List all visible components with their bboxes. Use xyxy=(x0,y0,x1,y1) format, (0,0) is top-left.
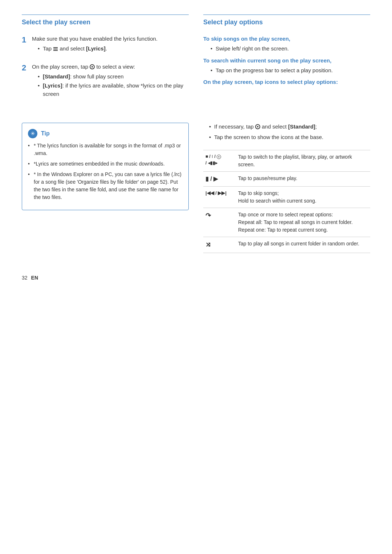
sub-heading-3: On the play screen, tap icons to select … xyxy=(203,78,370,86)
step-1: 1 Make sure that you have enabled the ly… xyxy=(22,35,189,58)
tip-header: ✳ Tip xyxy=(28,129,183,138)
rb-bullet-2: Tap the screen to show the icons at the … xyxy=(209,133,370,142)
sub1-bullets: Swipe left/ right on the screen. xyxy=(203,45,370,53)
rb-bullet-1: If necessary, tap and select [Standard]; xyxy=(209,123,370,131)
page-footer: 32 EN xyxy=(22,275,370,281)
sub-heading-1: To skip songs on the play screen, xyxy=(203,35,370,42)
sub-heading-2: To search within current song on the pla… xyxy=(203,57,370,64)
table-desc-4: Tap once or more to select repeat option… xyxy=(236,208,370,237)
table-icon-4: ↷ xyxy=(203,208,236,237)
table-row: ■ / ⁝ / / ◂▮▮▸ Tap to switch to the play… xyxy=(203,150,370,172)
right-bottom-section: If necessary, tap and select [Standard];… xyxy=(203,123,370,253)
tip-label: Tip xyxy=(41,130,50,137)
table-icon-5: ⤭ xyxy=(203,237,236,253)
step-2-bullet-2: [Lyrics]: if the lyrics are available, s… xyxy=(38,82,189,98)
right-top-section: Select play options To skip songs on the… xyxy=(203,15,370,108)
step-2: 2 On the play screen, tap to select a vi… xyxy=(22,63,189,103)
left-section-title: Select the play screen xyxy=(22,15,189,29)
table-desc-5: Tap to play all songs in current folder … xyxy=(236,237,370,253)
step-2-content: On the play screen, tap to select a view… xyxy=(32,63,189,98)
tip-item-3: * In the Windows Explorer on a PC, you c… xyxy=(28,171,183,201)
table-desc-2: Tap to pause/resume play. xyxy=(236,172,370,187)
table-desc-1: Tap to switch to the playlist, library, … xyxy=(236,150,370,172)
step-1-number: 1 xyxy=(22,35,32,45)
step-2-number: 2 xyxy=(22,63,32,73)
step-2-bullets: [Standard]: show full play screen [Lyric… xyxy=(32,73,189,98)
step-1-bullet-1: Tap and select [Lyrics]. xyxy=(38,45,189,53)
table-icon-1: ■ / ⁝ / / ◂▮▮▸ xyxy=(203,150,236,172)
icons-table: ■ / ⁝ / / ◂▮▮▸ Tap to switch to the play… xyxy=(203,150,370,253)
table-icon-2: ▮ / ▶ xyxy=(203,172,236,187)
page-lang: EN xyxy=(31,275,38,281)
step-2-text: On the play screen, tap to select a view… xyxy=(32,63,189,71)
page-number: 32 xyxy=(22,275,28,281)
left-top-section: Select the play screen 1 Make sure that … xyxy=(22,15,189,108)
table-desc-3: Tap to skip songs;Hold to search within … xyxy=(236,187,370,208)
sub2-bullets: Tap on the progress bar to select a play… xyxy=(203,66,370,75)
table-row: |◀◀ / ▶▶| Tap to skip songs;Hold to sear… xyxy=(203,187,370,208)
right-bottom-bullets: If necessary, tap and select [Standard];… xyxy=(203,123,370,143)
tip-list: * The lyrics function is available for s… xyxy=(28,142,183,201)
tip-star-icon: ✳ xyxy=(28,129,37,138)
table-row: ↷ Tap once or more to select repeat opti… xyxy=(203,208,370,237)
right-section-title: Select play options xyxy=(203,15,370,29)
step-1-bullets: Tap and select [Lyrics]. xyxy=(32,45,189,53)
table-row: ⤭ Tap to play all songs in current folde… xyxy=(203,237,370,253)
sub2-bullet: Tap on the progress bar to select a play… xyxy=(211,66,370,75)
step-2-bullet-1: [Standard]: show full play screen xyxy=(38,73,189,81)
tip-box: ✳ Tip * The lyrics function is available… xyxy=(22,123,189,210)
sub1-bullet: Swipe left/ right on the screen. xyxy=(211,45,370,53)
table-row: ▮ / ▶ Tap to pause/resume play. xyxy=(203,172,370,187)
step-1-text: Make sure that you have enabled the lyri… xyxy=(32,35,189,43)
menu-icon xyxy=(53,47,58,51)
tip-item-1: * The lyrics function is available for s… xyxy=(28,142,183,157)
step-1-content: Make sure that you have enabled the lyri… xyxy=(32,35,189,53)
table-icon-3: |◀◀ / ▶▶| xyxy=(203,187,236,208)
tip-item-2: *Lyrics are sometimes embedded in the mu… xyxy=(28,160,183,168)
tip-section: ✳ Tip * The lyrics function is available… xyxy=(22,123,189,253)
